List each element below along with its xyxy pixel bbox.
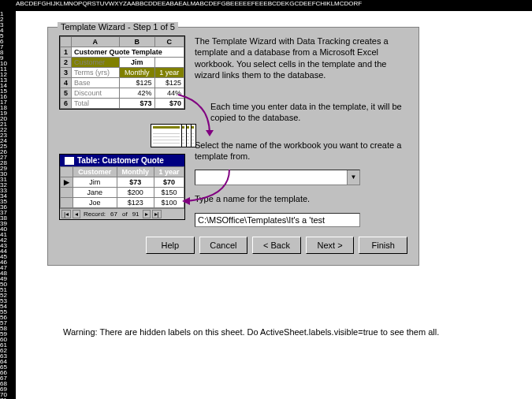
nav-next-icon[interactable]: ▸	[143, 210, 151, 218]
wizard-title: Template Wizard - Step 1 of 5	[58, 22, 178, 32]
record-navigator[interactable]: |◂ ◂ Record: 67 of 91 ▸ ▸|	[60, 208, 184, 219]
nav-prev-icon[interactable]: ◂	[73, 210, 80, 218]
help-button[interactable]: Help	[146, 237, 195, 254]
select-label: Select the name of the workbook you want…	[195, 140, 407, 162]
intro-text: The Template Wizard with Data Tracking c…	[195, 35, 407, 80]
preview-spreadsheet: ABC 1Customer Quote Template 2CustomerJi…	[59, 35, 185, 110]
copy-text: Each time you enter data in the template…	[210, 101, 407, 124]
ruler-top: ABCDEFGHIJKLMNOPQRSTUVWXYZAABBCDDEEABAEA…	[0, 0, 532, 11]
back-button[interactable]: < Back	[252, 237, 301, 254]
template-name-input[interactable]: C:\MSOffice\Templates\It's a 'test	[195, 213, 360, 227]
next-button[interactable]: Next >	[306, 237, 355, 254]
ruler-left: 1234567891011121314151617181920212223242…	[0, 11, 16, 399]
name-label: Type a name for the template.	[195, 193, 407, 204]
table-icon	[65, 157, 74, 165]
finish-button[interactable]: Finish	[359, 237, 407, 254]
preview-database: Table: Customer Quote CustomerMonthly1 y…	[59, 154, 185, 220]
nav-last-icon[interactable]: ▸|	[152, 210, 162, 218]
nav-first-icon[interactable]: |◂	[61, 210, 71, 218]
canvas: Template Wizard - Step 1 of 5 ABC 1Custo…	[16, 11, 532, 399]
warning-text: Warning: There are hidden labels on this…	[63, 326, 457, 337]
chevron-down-icon[interactable]: ▼	[347, 170, 359, 185]
cancel-button[interactable]: Cancel	[199, 237, 248, 254]
workbook-select[interactable]: ▼	[195, 170, 360, 185]
wizard-dialog: Template Wizard - Step 1 of 5 ABC 1Custo…	[47, 27, 419, 266]
